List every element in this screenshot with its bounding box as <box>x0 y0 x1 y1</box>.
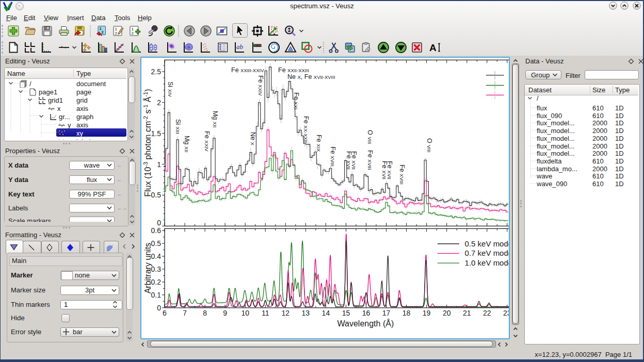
svg-text:0.3: 0.3 <box>151 265 162 273</box>
svg-text:ab: ab <box>236 43 244 51</box>
svg-text:13: 13 <box>302 309 310 317</box>
svg-text:Fe XXII-XXIII: Fe XXII-XXIII <box>278 67 309 74</box>
svg-text:Fe XXIV: Fe XXIV <box>203 131 211 152</box>
svg-text:Si XIV: Si XIV <box>167 81 174 97</box>
svg-text:0.5: 0.5 <box>151 239 162 248</box>
svg-text:0.5: 0.5 <box>151 191 162 199</box>
svg-text:Fe XXI: Fe XXI <box>293 92 300 109</box>
svg-text:Fe XVIII: Fe XVIII <box>398 164 406 185</box>
svg-text:12: 12 <box>282 309 290 317</box>
svg-text:15: 15 <box>342 309 350 317</box>
svg-text:Fe XVII: Fe XVII <box>386 161 393 179</box>
svg-text:0.4: 0.4 <box>151 252 162 260</box>
svg-text:2: 2 <box>115 31 118 36</box>
svg-text:22: 22 <box>483 309 491 317</box>
svg-text:1.5: 1.5 <box>151 129 162 138</box>
svg-text:Mg XII: Mg XII <box>212 111 219 127</box>
svg-text:O VIII: O VIII <box>366 130 374 144</box>
svg-text:2.5: 2.5 <box>151 68 162 76</box>
svg-text:7: 7 <box>183 309 187 317</box>
svg-text:19: 19 <box>423 309 431 317</box>
svg-text:6: 6 <box>163 309 167 317</box>
svg-text:Ne X: Ne X <box>249 132 256 145</box>
svg-text:1.0 keV model: 1.0 keV model <box>465 258 509 267</box>
svg-text:10: 10 <box>241 309 249 317</box>
svg-text:Fe XVIII: Fe XVIII <box>329 146 336 167</box>
svg-text:Fe XVIII: Fe XVIII <box>366 150 374 170</box>
svg-text:18: 18 <box>403 309 411 317</box>
svg-text:0: 0 <box>157 304 161 312</box>
svg-text:Flux (10-3 photon cm-2 s-1 Å-1: Flux (10-3 photon cm-2 s-1 Å-1) <box>142 89 152 197</box>
svg-text:0.2: 0.2 <box>151 278 162 286</box>
svg-text:Wavelength (Å): Wavelength (Å) <box>337 319 394 328</box>
svg-text:Fe XXIII-XXIV: Fe XXIII-XXIV <box>231 67 264 74</box>
svg-text:23: 23 <box>503 309 509 317</box>
svg-text:0.7 keV model: 0.7 keV model <box>465 249 509 257</box>
svg-text:Arbitrary units: Arbitrary units <box>143 243 152 294</box>
svg-text:21: 21 <box>463 309 471 317</box>
svg-text:8: 8 <box>203 309 207 317</box>
svg-text:0: 0 <box>157 219 161 227</box>
svg-text:9: 9 <box>223 309 227 317</box>
svg-text:O VIII: O VIII <box>426 138 433 152</box>
svg-text:14: 14 <box>322 309 330 317</box>
svg-text:0.6: 0.6 <box>151 226 162 235</box>
svg-text:1: 1 <box>157 160 161 169</box>
svg-text:11: 11 <box>262 309 269 317</box>
svg-text:Fe XXIV: Fe XXIV <box>257 75 264 96</box>
svg-text:Fe XIX: Fe XIX <box>315 135 323 152</box>
svg-text:0.5 keV model: 0.5 keV model <box>465 239 509 248</box>
svg-text:A: A <box>429 42 437 53</box>
svg-text:2: 2 <box>132 31 134 36</box>
svg-text:17: 17 <box>382 309 391 317</box>
svg-text:Fe XX-XXII: Fe XX-XXII <box>302 116 310 143</box>
svg-text:20: 20 <box>443 309 451 317</box>
svg-text:2: 2 <box>102 30 104 35</box>
svg-text:Si XIII: Si XIII <box>174 119 182 134</box>
svg-text:0.1: 0.1 <box>151 291 162 299</box>
svg-text:Mg XII: Mg XII <box>183 136 190 152</box>
svg-text:2: 2 <box>157 98 161 107</box>
svg-text:16: 16 <box>362 309 371 317</box>
svg-text:Fe XVII: Fe XVII <box>350 151 358 170</box>
svg-text:Ne X, Fe XVII-XVIII: Ne X, Fe XVII-XVIII <box>287 73 335 80</box>
